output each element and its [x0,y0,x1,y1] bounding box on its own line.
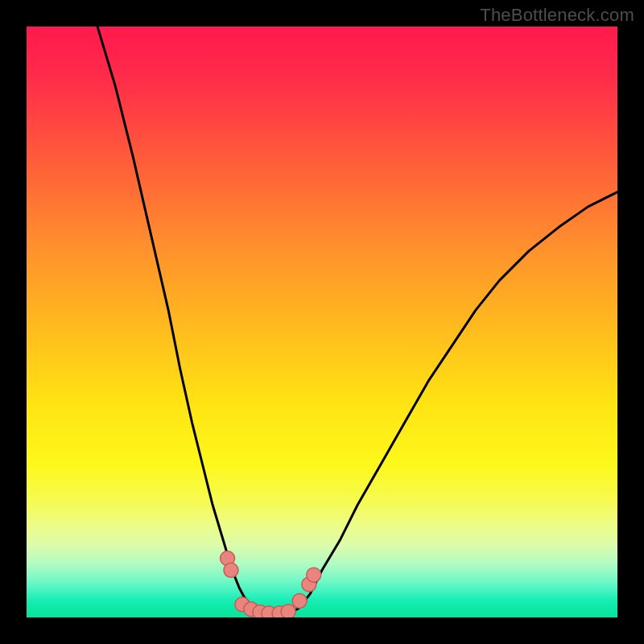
marker-point [292,593,307,608]
outer-frame: TheBottleneck.com [0,0,644,644]
plot-area [27,27,617,617]
watermark-text: TheBottleneck.com [480,5,634,26]
marker-point [224,563,238,577]
curve-left-curve [97,27,275,614]
marker-layer [221,551,321,617]
marker-point [307,568,321,582]
curve-right-curve [287,192,617,615]
marker-point [281,605,295,617]
chart-svg [27,27,617,617]
curve-layer [97,27,617,614]
